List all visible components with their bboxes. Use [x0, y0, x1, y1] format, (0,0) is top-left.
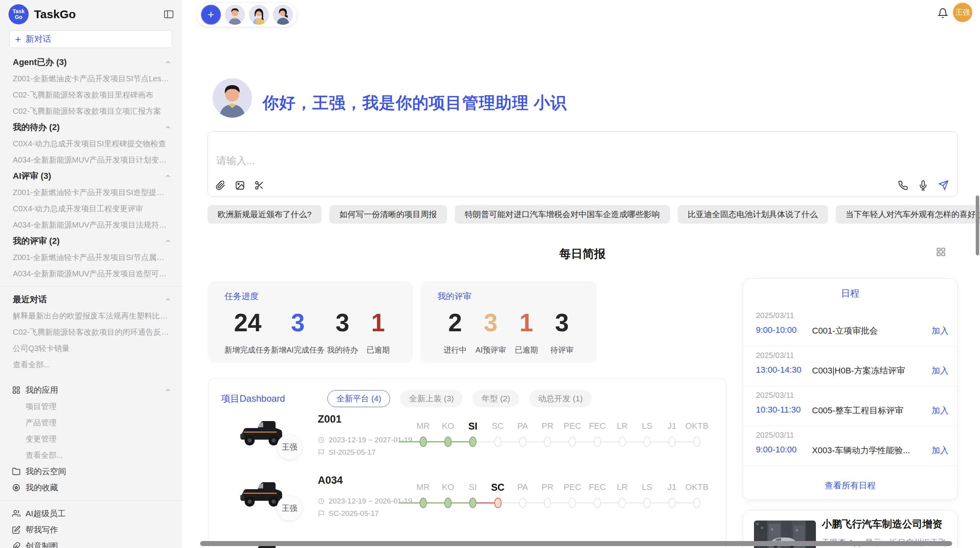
divider: [0, 286, 182, 287]
section-header[interactable]: AI评审 (3): [0, 168, 182, 184]
filter-chip[interactable]: 全新上装 (3): [400, 390, 463, 407]
filter-chip-label: 全新上装 (3): [409, 393, 454, 404]
chevron-up-icon[interactable]: [164, 124, 171, 131]
project-dashboard: 项目Dashboard 全新平台 (4) 全新上装 (3) 年型 (2) 动总开…: [208, 378, 726, 548]
chevron-up-icon[interactable]: [164, 173, 171, 180]
project-row[interactable]: 王强 A034 2023-12-19 ~ 2026-01-19 SC-2025-…: [209, 467, 726, 528]
sidebar-item[interactable]: Z001-全新燃油轻卡产品开发项目SI节点属性5D文件评审: [0, 249, 182, 265]
project-dates: 2023-12-19 ~ 2027-01-19: [318, 436, 412, 444]
filter-chip[interactable]: 年型 (2): [473, 390, 519, 407]
sidebar-item-ai-staff[interactable]: AI超级员工: [0, 505, 182, 522]
app-item[interactable]: 产品管理: [0, 414, 182, 431]
sidebar-sections: Agent已办 (3) Z001-全新燃油皮卡产品开发项目SI节点Lesson …: [0, 54, 182, 282]
milestone-label: FEC: [589, 420, 606, 432]
image-icon[interactable]: [235, 180, 245, 190]
recent-chat-item[interactable]: C02-飞腾新能源轻客改款项目的闭环通告反馈情况: [0, 324, 182, 340]
layout-grid-icon[interactable]: [936, 247, 946, 257]
filter-chip[interactable]: 全新平台 (4): [327, 390, 390, 407]
join-link[interactable]: 加入: [932, 325, 949, 337]
suggestion-chip[interactable]: 欧洲新规最近颁布了什么?: [207, 205, 322, 224]
attachment-icon[interactable]: [216, 180, 226, 190]
suggestion-chip[interactable]: 特朗普可能对进口汽车增税会对中国车企造成哪些影响: [455, 205, 670, 224]
chevron-up-icon[interactable]: [164, 238, 171, 245]
project-milestone-date: SC-2025-05-17: [318, 509, 379, 518]
stat-card-title: 我的评审: [437, 291, 580, 302]
stat-value: 3: [325, 309, 360, 336]
chevron-up-icon[interactable]: [164, 387, 171, 394]
milestone-node: MR: [411, 481, 435, 508]
apps-grid-icon: [12, 386, 21, 394]
milestone-dot: [519, 437, 526, 447]
app-item[interactable]: 变更管理: [0, 431, 182, 447]
join-link[interactable]: 加入: [932, 405, 949, 416]
message-composer[interactable]: 请输入...: [207, 131, 958, 197]
greeting-text: 你好，王强，我是你的项目管理助理 小识: [262, 92, 567, 114]
sidebar-item[interactable]: C02-飞腾新能源轻客改款项目立项汇报方案: [0, 103, 182, 119]
milestone-node: KO: [435, 420, 460, 447]
collapse-sidebar-icon[interactable]: [164, 10, 174, 19]
filter-chip-label: 年型 (2): [481, 393, 510, 404]
chevron-up-icon[interactable]: [164, 296, 171, 303]
milestone-label: LS: [642, 481, 652, 493]
phone-icon[interactable]: [898, 180, 908, 190]
project-row[interactable]: 王强 Z001 2023-12-19 ~ 2027-01-19 SI-2025-…: [209, 406, 726, 467]
view-all-schedule-link[interactable]: 查看所有日程: [743, 480, 957, 491]
section-label: 我的评审 (2): [13, 235, 60, 247]
chevron-up-icon[interactable]: [164, 59, 171, 66]
section-header[interactable]: Agent已办 (3): [0, 54, 182, 70]
microphone-icon[interactable]: [918, 180, 928, 190]
filter-chip[interactable]: 动总开发 (1): [529, 390, 592, 407]
my-apps-header[interactable]: 我的应用: [0, 382, 182, 398]
milestone-node: LR: [610, 481, 634, 508]
sidebar-item-write-helper[interactable]: 帮我写作: [0, 522, 182, 538]
sidebar-item[interactable]: A034-全新新能源MUV产品开发项目法规符合性评审: [0, 217, 182, 233]
milestone-node: MR: [411, 420, 435, 447]
vertical-scrollbar[interactable]: [976, 195, 979, 255]
sidebar-item[interactable]: Z001-全新燃油轻卡产品开发项目SI造型提交物评审: [0, 184, 182, 200]
avatar[interactable]: [249, 5, 269, 25]
sidebar-item[interactable]: C02-飞腾新能源轻客改款项目里程碑画布: [0, 87, 182, 103]
add-session-button[interactable]: +: [201, 5, 221, 25]
join-link[interactable]: 加入: [932, 445, 949, 456]
sidebar-item[interactable]: A034-全新新能源MUV产品开发项目计划变更表编写: [0, 152, 182, 168]
stat-label: 待评审: [544, 345, 580, 355]
sidebar-item[interactable]: Z001-全新燃油皮卡产品开发项目SI节点Lesson Learn报告: [0, 70, 182, 87]
stat: 1 已逾期: [509, 309, 544, 355]
app-item[interactable]: 项目管理: [0, 398, 182, 414]
recent-chats-header[interactable]: 最近对话: [0, 291, 182, 308]
section-header[interactable]: 我的评审 (2): [0, 233, 182, 249]
milestone-dot: [668, 437, 676, 447]
section-header[interactable]: 我的待办 (2): [0, 119, 182, 135]
daily-brief-title: 每日简报: [207, 246, 958, 262]
avatar[interactable]: [273, 5, 293, 25]
daily-brief-cards: 任务进度 24 新增完成任务 3 新增AI完成任务 3 我的待办 1: [207, 281, 597, 363]
sidebar-item[interactable]: C0X4-动力总成开发项目SI里程碑提交物检查: [0, 135, 182, 152]
sidebar-item[interactable]: A034-全新新能源MUV产品开发项目造型可行性评审: [0, 265, 182, 282]
suggestion-chip[interactable]: 比亚迪全固态电池计划具体说了什么: [678, 205, 828, 224]
stat-label: 新增完成任务: [224, 345, 271, 355]
avatar[interactable]: [225, 5, 245, 25]
join-link[interactable]: 加入: [932, 365, 949, 377]
user-avatar[interactable]: 王强: [953, 3, 972, 22]
suggestion-chip[interactable]: 如何写一份清晰的项目周报: [329, 205, 447, 224]
sidebar-item[interactable]: C0X4-动力总成开发项目工程变更评审: [0, 200, 182, 217]
milestone-node: J1: [660, 420, 684, 447]
event-time: 10:30-11:30: [756, 405, 801, 415]
recent-view-all[interactable]: 查看全部...: [0, 356, 182, 373]
sidebar-item-cloud-space[interactable]: 我的云空间: [0, 463, 182, 480]
stat-label: 已逾期: [360, 345, 396, 355]
send-icon[interactable]: [938, 180, 949, 190]
apps-view-all[interactable]: 查看全部...: [0, 447, 182, 463]
suggestion-chip[interactable]: 当下年轻人对汽车外观有怎样的喜好趋势: [836, 205, 980, 224]
recent-chat-item[interactable]: 公司Q3轻卡销量: [0, 340, 182, 356]
new-chat-button[interactable]: + 新对话: [9, 30, 172, 48]
notification-bell-icon[interactable]: [937, 8, 948, 19]
project-owner-badge: 王强: [277, 495, 302, 521]
scissors-icon[interactable]: [254, 180, 264, 190]
stat: 3 新增AI完成任务: [271, 309, 325, 355]
horizontal-scrollbar[interactable]: [200, 541, 952, 546]
recent-chat-item[interactable]: 解释最新出台的欧盟报废车法规再生塑料比例被调至15%...: [0, 308, 182, 324]
sidebar-item-creative-draw[interactable]: 创意制图: [0, 538, 182, 548]
sidebar-item-favorites[interactable]: 我的收藏: [0, 480, 182, 496]
milestone-node: LR: [610, 420, 634, 447]
